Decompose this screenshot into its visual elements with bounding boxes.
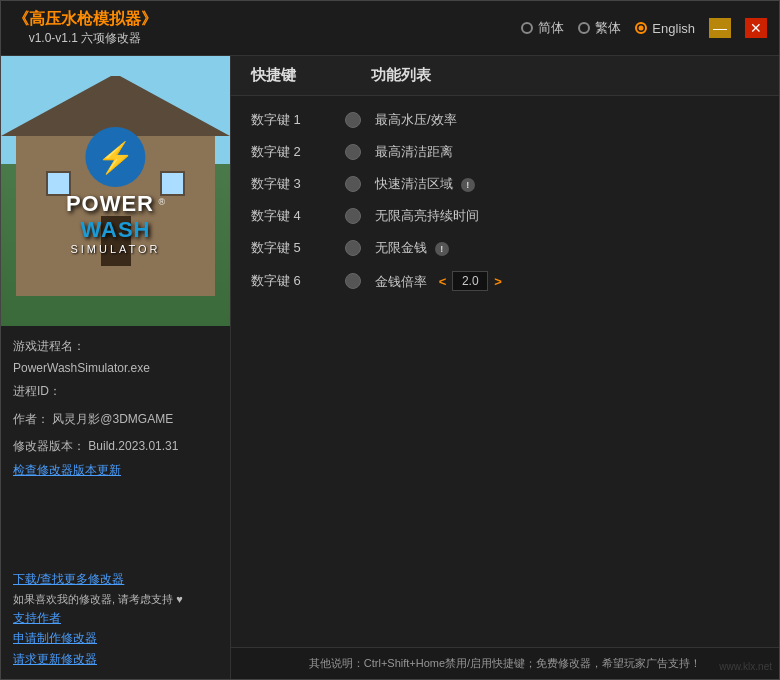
shortcut-key-3: 数字键 3 <box>251 175 331 193</box>
pw-wash-text: WASH <box>66 217 165 243</box>
shortcut-key-6: 数字键 6 <box>251 272 331 290</box>
lang-english-label: English <box>652 21 695 36</box>
author-row: 作者： 风灵月影@3DMGAME <box>13 409 218 431</box>
version-row: 修改器版本： Build.2023.01.31 <box>13 436 218 458</box>
panel-header: 快捷键 功能列表 <box>231 56 779 96</box>
shortcut-key-4: 数字键 4 <box>251 207 331 225</box>
table-row: 数字键 6 金钱倍率 < 2.0 > <box>231 264 779 298</box>
pw-lightning-icon: ⚡ <box>86 127 146 187</box>
toggle-1[interactable] <box>345 112 361 128</box>
lang-english[interactable]: English <box>635 21 695 36</box>
func-label-3: 快速清洁区域 ! <box>375 175 759 193</box>
lang-simplified-label: 简体 <box>538 19 564 37</box>
game-image: ⚡ POWER ® WASH SIMULATOR <box>1 56 230 326</box>
shortcut-key-2: 数字键 2 <box>251 143 331 161</box>
multiplier-control: < 2.0 > <box>439 271 502 291</box>
process-id-row: 进程ID： <box>13 381 218 403</box>
process-id-label: 进程ID： <box>13 384 61 398</box>
title-bar: 《高压水枪模拟器》 v1.0-v1.1 六项修改器 简体 繁体 English … <box>1 1 779 56</box>
shortcut-header: 快捷键 <box>251 66 371 85</box>
table-row: 数字键 3 快速清洁区域 ! <box>231 168 779 200</box>
function-header: 功能列表 <box>371 66 759 85</box>
main-content: ⚡ POWER ® WASH SIMULATOR 游戏进程名： PowerWas… <box>1 56 779 679</box>
toggle-4[interactable] <box>345 208 361 224</box>
table-row: 数字键 1 最高水压/效率 <box>231 104 779 136</box>
func-label-2: 最高清洁距离 <box>375 143 759 161</box>
support-author-link[interactable]: 支持作者 <box>13 608 218 628</box>
powerwash-logo: ⚡ POWER ® WASH SIMULATOR <box>66 127 165 255</box>
multiplier-value: 2.0 <box>452 271 488 291</box>
func-label-6: 金钱倍率 < 2.0 > <box>375 271 759 291</box>
author-name: 风灵月影@3DMGAME <box>52 412 173 426</box>
footer-bar: 其他说明：Ctrl+Shift+Home禁用/启用快捷键；免费修改器，希望玩家广… <box>231 647 779 679</box>
toggle-2[interactable] <box>345 144 361 160</box>
radio-simplified <box>521 22 533 34</box>
lang-simplified[interactable]: 简体 <box>521 19 564 37</box>
toggle-5[interactable] <box>345 240 361 256</box>
toggle-6[interactable] <box>345 273 361 289</box>
pw-text-line1: POWER ® <box>66 191 165 217</box>
table-row: 数字键 5 无限金钱 ! <box>231 232 779 264</box>
shortcut-key-1: 数字键 1 <box>251 111 331 129</box>
title-controls: 简体 繁体 English — ✕ <box>521 18 767 38</box>
process-label: 游戏进程名： <box>13 339 85 353</box>
right-panel: 快捷键 功能列表 数字键 1 最高水压/效率 数字键 2 最高清洁距离 数字键 … <box>231 56 779 679</box>
lang-traditional-label: 繁体 <box>595 19 621 37</box>
app-window: 《高压水枪模拟器》 v1.0-v1.1 六项修改器 简体 繁体 English … <box>0 0 780 680</box>
lang-traditional[interactable]: 繁体 <box>578 19 621 37</box>
minimize-button[interactable]: — <box>709 18 731 38</box>
version-value: Build.2023.01.31 <box>88 439 178 453</box>
radio-traditional <box>578 22 590 34</box>
game-info-section: 游戏进程名： PowerWashSimulator.exe 进程ID： 作者： … <box>1 326 230 563</box>
close-button[interactable]: ✕ <box>745 18 767 38</box>
footer-note: 其他说明：Ctrl+Shift+Home禁用/启用快捷键；免费修改器，希望玩家广… <box>309 657 701 669</box>
app-subtitle: v1.0-v1.1 六项修改器 <box>29 30 142 47</box>
radio-english <box>635 22 647 34</box>
toggle-3[interactable] <box>345 176 361 192</box>
author-label: 作者： <box>13 412 49 426</box>
app-title: 《高压水枪模拟器》 <box>13 9 157 30</box>
pw-power-text: POWER <box>66 191 154 216</box>
func-label-5: 无限金钱 ! <box>375 239 759 257</box>
request-update-link[interactable]: 请求更新修改器 <box>13 649 218 669</box>
title-section: 《高压水枪模拟器》 v1.0-v1.1 六项修改器 <box>13 9 157 47</box>
shortcut-key-5: 数字键 5 <box>251 239 331 257</box>
pw-registered-symbol: ® <box>158 197 165 207</box>
more-mods-link[interactable]: 下载/查找更多修改器 <box>13 569 218 589</box>
process-name: PowerWashSimulator.exe <box>13 361 150 375</box>
links-section: 下载/查找更多修改器 如果喜欢我的修改器, 请考虑支持 ♥ 支持作者 申请制作修… <box>1 563 230 679</box>
table-row: 数字键 2 最高清洁距离 <box>231 136 779 168</box>
multiplier-decrease-button[interactable]: < <box>439 274 447 289</box>
support-note: 如果喜欢我的修改器, 请考虑支持 ♥ <box>13 593 183 605</box>
version-label: 修改器版本： <box>13 439 85 453</box>
table-row: 数字键 4 无限高亮持续时间 <box>231 200 779 232</box>
shortcuts-list: 数字键 1 最高水压/效率 数字键 2 最高清洁距离 数字键 3 快速清洁区域 … <box>231 96 779 647</box>
multiplier-increase-button[interactable]: > <box>494 274 502 289</box>
check-update-link[interactable]: 检查修改器版本更新 <box>13 460 218 480</box>
process-name-row: 游戏进程名： PowerWashSimulator.exe <box>13 336 218 379</box>
func-label-4: 无限高亮持续时间 <box>375 207 759 225</box>
update-check-row: 检查修改器版本更新 <box>13 460 218 480</box>
func-label-1: 最高水压/效率 <box>375 111 759 129</box>
request-trainer-link[interactable]: 申请制作修改器 <box>13 628 218 648</box>
info-badge-5: ! <box>435 242 449 256</box>
info-badge-3: ! <box>461 178 475 192</box>
watermark: www.klx.net <box>719 661 772 672</box>
pw-simulator-text: SIMULATOR <box>66 243 165 255</box>
left-panel: ⚡ POWER ® WASH SIMULATOR 游戏进程名： PowerWas… <box>1 56 231 679</box>
